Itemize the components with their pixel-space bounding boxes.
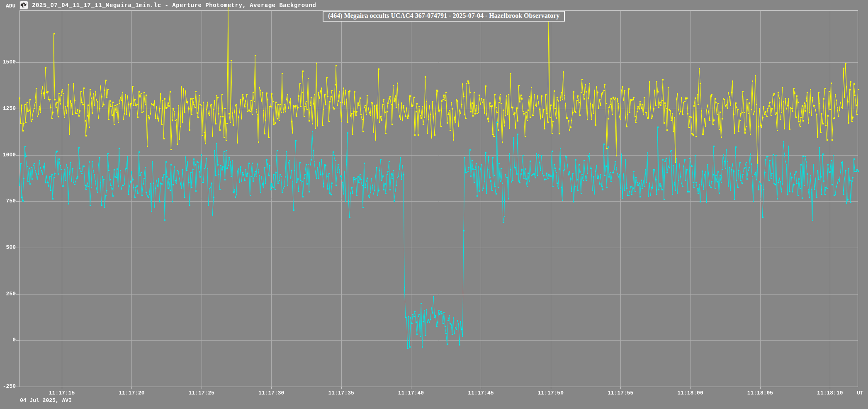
x-tick-label: 11:17:20 <box>109 390 154 396</box>
x-tick-label: 11:17:15 <box>39 390 85 396</box>
x-tick-label: 11:17:45 <box>458 390 503 396</box>
x-tick-label: 11:17:30 <box>248 390 294 396</box>
x-tick-label: 11:17:40 <box>388 390 434 396</box>
x-tick-label: 11:17:50 <box>528 390 574 396</box>
y-tick-label: 500 <box>0 244 16 251</box>
x-tick-label: 11:17:25 <box>179 390 224 396</box>
x-tick-label: 11:17:55 <box>598 390 643 396</box>
y-tick-label: -250 <box>0 383 16 390</box>
y-tick-label: 250 <box>0 291 16 297</box>
x-tick-label: 11:18:10 <box>807 390 853 396</box>
x-axis-unit-label: UT <box>853 390 867 396</box>
footer-date-label: 04 Jul 2025, AVI <box>20 397 72 404</box>
tangra-app-icon <box>19 1 28 10</box>
window-title: 2025_07_04_11_17_11_Megaira_1min.lc - Ap… <box>32 2 316 9</box>
y-tick-label: 0 <box>0 337 16 343</box>
chart-title-box: (464) Megaira occults UCAC4 367-074791 -… <box>323 11 565 22</box>
y-tick-label: 1500 <box>0 59 16 65</box>
x-tick-label: 11:18:00 <box>668 390 713 396</box>
light-curve-plot-canvas[interactable] <box>0 0 868 409</box>
y-tick-label: 1250 <box>0 105 16 112</box>
x-tick-label: 11:17:35 <box>319 390 364 396</box>
y-tick-label: 750 <box>0 198 16 204</box>
x-tick-label: 11:18:05 <box>737 390 783 396</box>
y-tick-label: 1000 <box>0 152 16 158</box>
y-axis-unit-label: ADU <box>6 3 15 9</box>
window-header: 2025_07_04_11_17_11_Megaira_1min.lc - Ap… <box>19 1 316 10</box>
chart-title: (464) Megaira occults UCAC4 367-074791 -… <box>328 12 559 19</box>
